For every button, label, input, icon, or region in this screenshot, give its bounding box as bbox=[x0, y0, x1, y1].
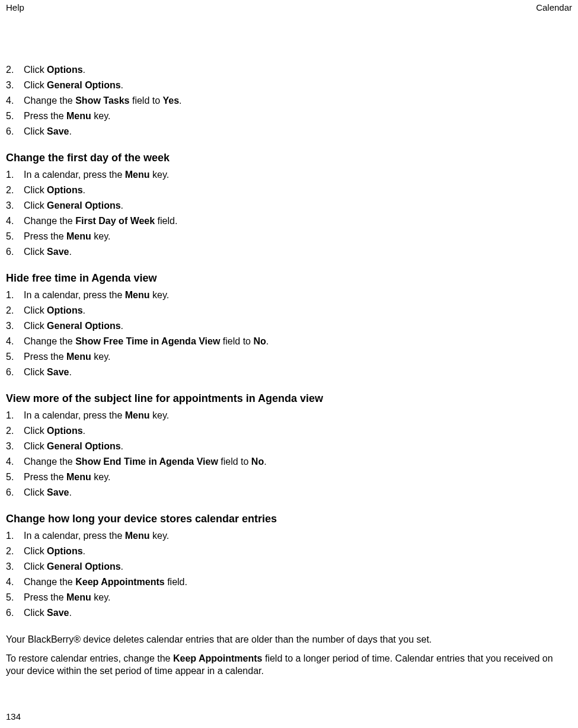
step-text: Click Save. bbox=[24, 124, 572, 139]
step-number: 2. bbox=[6, 63, 17, 77]
step-item: 4.Change the Show Tasks field to Yes. bbox=[6, 94, 572, 108]
step-text: Change the First Day of Week field. bbox=[24, 214, 572, 228]
step-item: 5.Press the Menu key. bbox=[6, 109, 572, 123]
step-number: 1. bbox=[6, 529, 17, 543]
step-item: 2.Click Options. bbox=[6, 304, 572, 318]
step-number: 4. bbox=[6, 575, 17, 589]
step-number: 3. bbox=[6, 199, 17, 213]
step-text: Click Save. bbox=[24, 606, 572, 620]
step-text: Click General Options. bbox=[24, 78, 572, 92]
help-page: Help Calendar 2.Click Options.3.Click Ge… bbox=[0, 0, 578, 689]
step-text: Click General Options. bbox=[24, 199, 572, 213]
header-right: Calendar bbox=[536, 2, 572, 12]
bold-text: Keep Appointments bbox=[75, 577, 165, 587]
step-text: Click General Options. bbox=[24, 439, 572, 454]
step-text: Click Options. bbox=[24, 183, 572, 197]
step-item: 4.Change the Show End Time in Agenda Vie… bbox=[6, 455, 572, 469]
step-item: 1.In a calendar, press the Menu key. bbox=[6, 168, 572, 182]
bold-text: Keep Appointments bbox=[173, 653, 263, 663]
section-steps: 1.In a calendar, press the Menu key.2.Cl… bbox=[6, 168, 572, 259]
step-item: 2.Click Options. bbox=[6, 544, 572, 558]
step-number: 1. bbox=[6, 288, 17, 302]
step-number: 1. bbox=[6, 408, 17, 423]
step-number: 6. bbox=[6, 245, 17, 259]
step-item: 3.Click General Options. bbox=[6, 319, 572, 333]
step-item: 1.In a calendar, press the Menu key. bbox=[6, 288, 572, 302]
step-item: 4.Change the Show Free Time in Agenda Vi… bbox=[6, 334, 572, 349]
step-item: 1.In a calendar, press the Menu key. bbox=[6, 408, 572, 423]
step-number: 2. bbox=[6, 304, 17, 318]
section-steps: 1.In a calendar, press the Menu key.2.Cl… bbox=[6, 529, 572, 620]
step-text: Change the Show End Time in Agenda View … bbox=[24, 455, 572, 469]
step-number: 5. bbox=[6, 470, 17, 484]
intro-steps: 2.Click Options.3.Click General Options.… bbox=[6, 63, 572, 139]
bold-text: General Options bbox=[47, 441, 120, 451]
step-item: 2.Click Options. bbox=[6, 183, 572, 197]
step-item: 3.Click General Options. bbox=[6, 199, 572, 213]
header-left: Help bbox=[6, 2, 24, 12]
section-steps: 1.In a calendar, press the Menu key.2.Cl… bbox=[6, 408, 572, 500]
step-number: 2. bbox=[6, 424, 17, 438]
bold-text: Menu bbox=[125, 410, 150, 420]
body-paragraph: Your BlackBerry® device deletes calendar… bbox=[6, 633, 572, 646]
step-item: 3.Click General Options. bbox=[6, 439, 572, 454]
step-number: 1. bbox=[6, 168, 17, 182]
step-text: In a calendar, press the Menu key. bbox=[24, 529, 572, 543]
step-text: Press the Menu key. bbox=[24, 590, 572, 605]
bold-text: General Options bbox=[47, 80, 120, 90]
step-item: 3.Click General Options. bbox=[6, 78, 572, 92]
step-text: Click Save. bbox=[24, 245, 572, 259]
step-number: 3. bbox=[6, 439, 17, 454]
bold-text: Save bbox=[47, 247, 69, 257]
step-text: Press the Menu key. bbox=[24, 229, 572, 244]
step-text: Change the Show Tasks field to Yes. bbox=[24, 94, 572, 108]
bold-text: Options bbox=[47, 185, 82, 195]
section-heading: Hide free time in Agenda view bbox=[6, 272, 572, 285]
step-item: 5.Press the Menu key. bbox=[6, 229, 572, 244]
step-number: 2. bbox=[6, 183, 17, 197]
step-text: Click Options. bbox=[24, 544, 572, 558]
bold-text: Menu bbox=[66, 231, 91, 241]
bold-text: Menu bbox=[66, 352, 91, 362]
step-item: 6.Click Save. bbox=[6, 606, 572, 620]
bold-text: Menu bbox=[66, 592, 91, 602]
bold-text: Yes bbox=[163, 95, 180, 106]
bold-text: Options bbox=[47, 65, 82, 75]
step-number: 4. bbox=[6, 455, 17, 469]
step-item: 6.Click Save. bbox=[6, 365, 572, 379]
step-text: Click General Options. bbox=[24, 560, 572, 574]
step-number: 5. bbox=[6, 590, 17, 605]
bold-text: No bbox=[253, 336, 266, 346]
step-number: 5. bbox=[6, 109, 17, 123]
step-text: Change the Keep Appointments field. bbox=[24, 575, 572, 589]
step-item: 3.Click General Options. bbox=[6, 560, 572, 574]
step-text: Change the Show Free Time in Agenda View… bbox=[24, 334, 572, 349]
bold-text: Save bbox=[47, 608, 69, 618]
bold-text: General Options bbox=[47, 321, 120, 331]
step-number: 6. bbox=[6, 365, 17, 379]
step-number: 3. bbox=[6, 560, 17, 574]
step-item: 6.Click Save. bbox=[6, 486, 572, 500]
step-text: Click Save. bbox=[24, 486, 572, 500]
step-text: Click General Options. bbox=[24, 319, 572, 333]
step-text: Press the Menu key. bbox=[24, 109, 572, 123]
page-header: Help Calendar bbox=[6, 2, 572, 12]
step-item: 6.Click Save. bbox=[6, 245, 572, 259]
section-heading: Change how long your device stores calen… bbox=[6, 513, 572, 525]
bold-text: No bbox=[251, 456, 264, 467]
step-number: 2. bbox=[6, 544, 17, 558]
section-heading: View more of the subject line for appoin… bbox=[6, 392, 572, 405]
step-number: 4. bbox=[6, 94, 17, 108]
step-number: 5. bbox=[6, 229, 17, 244]
step-item: 1.In a calendar, press the Menu key. bbox=[6, 529, 572, 543]
step-text: Press the Menu key. bbox=[24, 350, 572, 364]
bold-text: Show Free Time in Agenda View bbox=[75, 336, 220, 346]
section-steps: 1.In a calendar, press the Menu key.2.Cl… bbox=[6, 288, 572, 379]
step-number: 3. bbox=[6, 319, 17, 333]
step-text: Click Options. bbox=[24, 424, 572, 438]
step-item: 4.Change the First Day of Week field. bbox=[6, 214, 572, 228]
bold-text: Show Tasks bbox=[75, 95, 129, 106]
step-text: In a calendar, press the Menu key. bbox=[24, 408, 572, 423]
step-item: 5.Press the Menu key. bbox=[6, 470, 572, 484]
bold-text: Menu bbox=[125, 290, 150, 300]
